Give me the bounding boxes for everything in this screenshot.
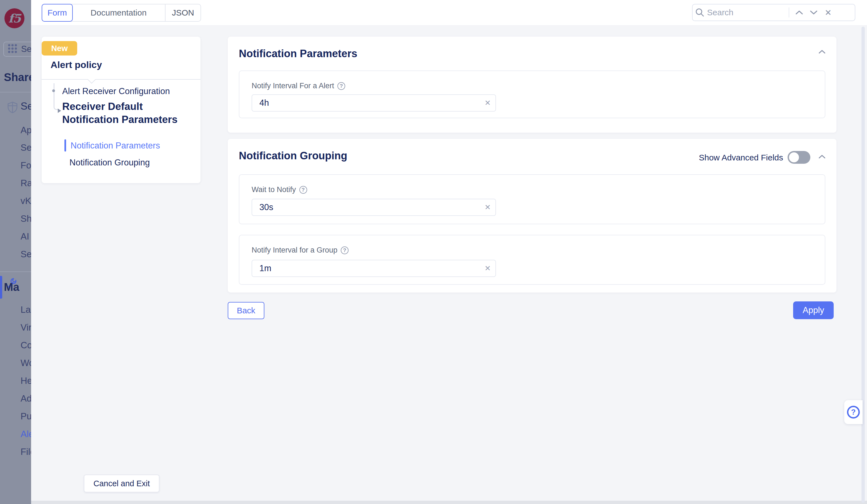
new-badge: New	[42, 41, 77, 55]
search-bar: ✕	[692, 4, 855, 21]
search-prev-icon[interactable]	[792, 5, 806, 20]
section-title: Notification Grouping	[239, 150, 347, 162]
search-icon	[693, 5, 707, 20]
view-tabs: Form Documentation JSON	[42, 4, 201, 22]
help-question-icon: ?	[847, 406, 860, 418]
sidebar-item[interactable]: Lab	[21, 305, 31, 315]
show-advanced-fields-label: Show Advanced Fields	[666, 153, 783, 162]
sidebar-group-security[interactable]: Se	[21, 100, 31, 112]
collapse-caret-icon[interactable]	[818, 50, 826, 55]
sidebar-item[interactable]: Pu	[21, 411, 31, 421]
sidebar-header-shared: Share	[4, 71, 31, 84]
tree-bullet	[52, 89, 55, 92]
search-next-icon[interactable]	[806, 5, 821, 20]
app-sidebar-dimmed: f5 Se Share Se Ap Se For Ra vK Sh AI Se	[0, 0, 31, 504]
f5-logo[interactable]: f5	[4, 8, 24, 28]
field-label: Wait to Notify ?	[251, 185, 307, 194]
field-label-text: Notify Interval For a Alert	[251, 81, 334, 90]
sidebar-divider	[0, 92, 31, 92]
sidebar-active-bar	[0, 276, 2, 299]
notify-interval-alert-input[interactable]	[252, 98, 480, 108]
collapse-caret-icon[interactable]	[818, 154, 826, 161]
section-title: Notification Parameters	[239, 48, 357, 60]
field-label: Notify Interval for a Group ?	[251, 246, 349, 254]
help-icon[interactable]: ?	[341, 246, 349, 254]
cancel-and-exit-button[interactable]: Cancel and Exit	[84, 474, 159, 492]
sidebar-divider	[0, 272, 31, 272]
sidebar-item[interactable]: Co	[21, 340, 31, 351]
tree-node-default-params[interactable]: Receiver Default Notification Parameters	[62, 100, 198, 126]
clear-input-icon[interactable]: ✕	[480, 99, 495, 107]
clear-input-icon[interactable]: ✕	[480, 203, 495, 212]
sidebar-item[interactable]: For	[21, 160, 31, 171]
field-wait-to-notify: Wait to Notify ? ✕	[239, 174, 825, 224]
search-close-icon[interactable]: ✕	[821, 5, 835, 20]
search-divider	[789, 8, 789, 18]
help-icon[interactable]: ?	[338, 82, 345, 90]
sidebar-item[interactable]: Ad	[21, 393, 31, 404]
sidebar-item[interactable]: Se	[21, 142, 31, 153]
tree-node-alert-receiver[interactable]: Alert Receiver Configuration	[62, 86, 170, 96]
field-label-text: Wait to Notify	[251, 185, 296, 194]
wizard-title: Alert policy	[51, 59, 102, 70]
grid-icon	[8, 44, 17, 54]
sidebar-item[interactable]: He	[21, 375, 31, 386]
tree-node-notification-grouping[interactable]: Notification Grouping	[69, 158, 150, 168]
wizard-divider-notch	[42, 77, 201, 85]
tree-connector	[54, 83, 58, 110]
help-flyout-tab[interactable]: ?	[844, 400, 863, 424]
apply-button[interactable]: Apply	[793, 302, 834, 319]
section-notification-parameters: Notification Parameters Notify Interval …	[228, 37, 836, 133]
field-label: Notify Interval For a Alert ?	[251, 81, 345, 90]
sidebar-item[interactable]: Vir	[21, 322, 31, 333]
show-advanced-fields-toggle[interactable]	[788, 151, 810, 164]
text-input-wrap: ✕	[251, 94, 496, 112]
sidebar-item[interactable]: Wo	[21, 358, 31, 368]
back-button[interactable]: Back	[228, 302, 264, 319]
field-label-text: Notify Interval for a Group	[251, 246, 338, 254]
app-switcher[interactable]: Se	[3, 42, 31, 57]
help-icon[interactable]: ?	[299, 186, 307, 194]
sidebar-item[interactable]: File	[21, 447, 31, 457]
tab-documentation[interactable]: Documentation	[72, 4, 165, 21]
tab-json[interactable]: JSON	[165, 4, 201, 21]
tab-form[interactable]: Form	[42, 4, 73, 22]
text-input-wrap: ✕	[251, 199, 496, 216]
sidebar-item[interactable]: Ra	[21, 178, 31, 188]
tree-node-notification-parameters[interactable]: Notification Parameters	[71, 141, 160, 151]
sidebar-item[interactable]: Se	[21, 249, 31, 260]
notify-interval-group-input[interactable]	[252, 263, 480, 273]
toggle-knob	[789, 152, 799, 162]
vertical-scrollbar[interactable]	[861, 26, 865, 503]
app-switcher-label: Se	[21, 44, 31, 54]
wait-to-notify-input[interactable]	[252, 202, 480, 212]
sidebar-group-manage[interactable]: Ma	[4, 281, 20, 293]
shield-icon	[7, 101, 18, 114]
tree-active-bar	[64, 139, 66, 152]
sidebar-item-alerts-active[interactable]: Ale	[21, 429, 31, 439]
field-notify-interval-group: Notify Interval for a Group ? ✕	[239, 235, 825, 285]
bottom-edge-strip	[31, 501, 867, 504]
sidebar-item[interactable]: AI	[21, 231, 29, 242]
sidebar-item[interactable]: Sh	[21, 213, 31, 224]
field-notify-interval-alert: Notify Interval For a Alert ? ✕	[239, 70, 825, 118]
sidebar-item[interactable]: Ap	[21, 125, 31, 135]
search-input[interactable]	[707, 8, 788, 17]
tree-arrow-icon	[58, 109, 61, 113]
sidebar-item[interactable]: vK	[21, 196, 31, 206]
clear-input-icon[interactable]: ✕	[480, 264, 495, 273]
text-input-wrap: ✕	[251, 260, 496, 277]
